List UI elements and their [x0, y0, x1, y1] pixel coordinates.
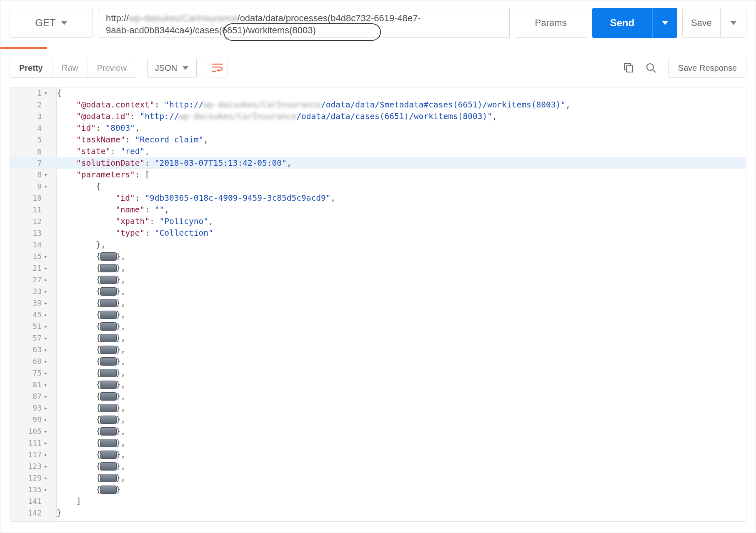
fold-toggle[interactable]: ▾ [44, 169, 57, 181]
response-body[interactable]: 1▾{ 2 "@odata.context": "http://wp-daisu… [10, 87, 746, 522]
folded-badge[interactable] [100, 311, 117, 319]
fold-toggle[interactable]: ▸ [44, 321, 57, 332]
folded-badge[interactable] [100, 427, 117, 436]
fold-toggle[interactable]: ▸ [44, 402, 57, 414]
line-number: 11 [10, 204, 44, 216]
line-number: 7 [10, 157, 44, 169]
tab-pretty[interactable]: Pretty [10, 58, 53, 77]
code-line-folded: 39▸ {}, [10, 297, 746, 309]
code-line-folded: 105▸ {}, [10, 426, 746, 437]
line-number: 142 [10, 507, 44, 519]
fold-toggle[interactable]: ▸ [44, 356, 57, 367]
code: { [57, 87, 62, 99]
response-toolbar: Pretty Raw Preview JSON Save Response [10, 58, 746, 78]
save-options-button[interactable] [721, 8, 746, 38]
fold-toggle[interactable]: ▸ [44, 426, 57, 437]
fold-toggle[interactable]: ▸ [44, 344, 57, 356]
folded-badge[interactable] [100, 486, 117, 494]
chevron-down-icon [730, 21, 737, 25]
send-group: Send [592, 8, 677, 38]
folded-badge[interactable] [100, 322, 117, 331]
code: "parameters": [ [57, 169, 150, 181]
folded-badge[interactable] [100, 404, 117, 412]
fold-toggle[interactable]: ▸ [44, 262, 57, 274]
line-number: 75 [10, 367, 44, 379]
line-number: 93 [10, 402, 44, 414]
code: {}, [57, 356, 125, 367]
fold-toggle[interactable]: ▸ [44, 332, 57, 344]
line-number: 13 [10, 227, 44, 239]
send-button[interactable]: Send [592, 8, 652, 38]
window: GET http://wp-daisukes/CarInsurance/odat… [0, 0, 756, 533]
save-button[interactable]: Save [682, 8, 721, 38]
code-line-folded: 123▸ {}, [10, 461, 746, 472]
fold-toggle[interactable]: ▸ [44, 414, 57, 426]
fold-toggle[interactable]: ▸ [44, 379, 57, 391]
folded-badge[interactable] [100, 264, 117, 272]
folded-badge[interactable] [100, 299, 117, 307]
save-group: Save [682, 8, 746, 38]
params-button[interactable]: Params [515, 8, 587, 38]
line-number: 39 [10, 297, 44, 309]
fold-toggle[interactable]: ▸ [44, 309, 57, 321]
tab-raw[interactable]: Raw [53, 58, 88, 77]
folded-badge[interactable] [100, 392, 117, 401]
code-line-folded: 87▸ {}, [10, 391, 746, 402]
fold-toggle[interactable]: ▸ [44, 297, 57, 309]
svg-point-2 [647, 64, 653, 70]
line-number: 12 [10, 216, 44, 227]
folded-badge[interactable] [100, 369, 117, 377]
fold-toggle[interactable]: ▸ [44, 367, 57, 379]
fold-toggle[interactable]: ▸ [44, 251, 57, 262]
folded-badge[interactable] [100, 287, 117, 296]
fold-toggle[interactable]: ▸ [44, 461, 57, 472]
fold-toggle[interactable]: ▸ [44, 286, 57, 297]
line-number: 8 [10, 169, 44, 181]
fold-toggle[interactable]: ▾ [44, 87, 57, 99]
copy-button[interactable] [619, 59, 638, 77]
code: {}, [57, 309, 125, 321]
line-number: 57 [10, 332, 44, 344]
fold-toggle[interactable]: ▾ [44, 181, 57, 192]
tab-preview[interactable]: Preview [88, 58, 136, 77]
code: {}, [57, 414, 125, 426]
fold-toggle[interactable]: ▸ [44, 484, 57, 496]
body-format-select[interactable]: JSON [147, 58, 197, 78]
folded-badge[interactable] [100, 346, 117, 354]
folded-badge[interactable] [100, 334, 117, 342]
fold-toggle[interactable]: ▸ [44, 391, 57, 402]
fold-toggle[interactable]: ▸ [44, 274, 57, 286]
code: "id": "9db30365-018c-4909-9459-3c85d5c9a… [57, 192, 335, 204]
search-button[interactable] [642, 59, 660, 77]
folded-badge[interactable] [100, 474, 117, 482]
url-input[interactable]: http://wp-daisukes/CarInsurance/odata/da… [98, 8, 510, 38]
fold-toggle[interactable]: ▸ [44, 437, 57, 449]
send-options-button[interactable] [652, 8, 677, 38]
folded-badge[interactable] [100, 357, 117, 366]
folded-badge[interactable] [100, 416, 117, 424]
folded-badge[interactable] [100, 451, 117, 459]
code: {}, [57, 344, 125, 356]
line-wrap-button[interactable] [207, 58, 228, 78]
code: {}, [57, 437, 125, 449]
code-line-folded: 69▸ {}, [10, 356, 746, 367]
fold-toggle[interactable]: ▸ [44, 472, 57, 484]
line-number: 21 [10, 262, 44, 274]
code-line-folded: 45▸ {}, [10, 309, 746, 321]
code: {}, [57, 274, 125, 286]
chevron-down-icon [182, 66, 189, 70]
folded-badge[interactable] [100, 439, 117, 447]
folded-badge[interactable] [100, 381, 117, 389]
code: "id": "8003", [57, 122, 140, 134]
http-method-select[interactable]: GET [10, 8, 93, 38]
folded-badge[interactable] [100, 252, 117, 261]
line-number: 141 [10, 496, 44, 507]
code: {}, [57, 449, 125, 461]
body-view-tabs: Pretty Raw Preview [10, 58, 136, 78]
folded-badge[interactable] [100, 276, 117, 284]
code: {}, [57, 297, 125, 309]
save-response-button[interactable]: Save Response [668, 58, 746, 78]
folded-badge[interactable] [100, 462, 117, 471]
fold-toggle[interactable]: ▸ [44, 449, 57, 461]
http-method-label: GET [35, 17, 55, 29]
